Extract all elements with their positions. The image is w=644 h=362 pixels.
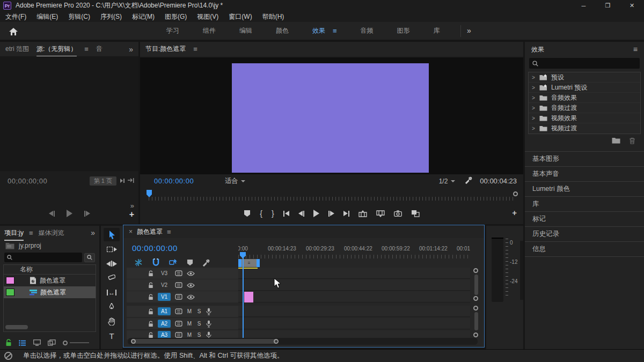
- chevron-right-icon[interactable]: >: [532, 75, 536, 80]
- list-view-icon[interactable]: [19, 340, 26, 346]
- chevron-right-icon[interactable]: >: [532, 105, 536, 111]
- razor-tool[interactable]: [104, 271, 120, 285]
- source-page-skip-icon[interactable]: [128, 178, 134, 183]
- effects-panel-menu-icon[interactable]: ≡: [633, 45, 638, 54]
- effects-folder-video-effects[interactable]: > 视频效果: [529, 113, 640, 123]
- workspace-tab-color[interactable]: 颜色: [276, 26, 289, 35]
- track-solo-button[interactable]: S: [196, 321, 202, 327]
- source-step-back-button[interactable]: [49, 211, 55, 217]
- source-add-button-icon[interactable]: +: [129, 210, 134, 219]
- track-header-a1[interactable]: A1 M S: [127, 306, 238, 317]
- project-item-sequence[interactable]: 颜色遮罩: [4, 286, 96, 298]
- hand-tool[interactable]: [104, 315, 120, 328]
- workspace-tab-audio[interactable]: 音频: [361, 26, 374, 35]
- timeline-panel-menu-icon[interactable]: ≡: [167, 228, 171, 236]
- work-area-bar[interactable]: ≡: [238, 259, 260, 267]
- maximize-button[interactable]: ❐: [596, 0, 620, 11]
- step-back-icon[interactable]: [298, 211, 304, 217]
- workspace-tab-libraries[interactable]: 库: [434, 26, 440, 35]
- effects-folder-audio-effects[interactable]: > 音频效果: [529, 93, 640, 103]
- effects-folder-presets[interactable]: > 预设: [529, 72, 640, 83]
- track-solo-button[interactable]: S: [196, 308, 202, 314]
- source-overflow-icon[interactable]: »: [130, 202, 134, 210]
- workspace-menu-icon[interactable]: ≡: [333, 27, 337, 35]
- effects-folder-video-transitions[interactable]: > 视频过渡: [529, 123, 640, 134]
- menu-graphics[interactable]: 图形(G): [165, 12, 187, 21]
- track-output-icon[interactable]: [175, 270, 182, 276]
- thumbnail-zoom-slider[interactable]: [63, 341, 89, 345]
- menu-help[interactable]: 帮助(H): [262, 12, 284, 21]
- tab-lumetri-color[interactable]: Lumetri 颜色: [525, 181, 644, 196]
- export-frame-icon[interactable]: [394, 210, 402, 217]
- menu-marker[interactable]: 标记(M): [132, 12, 155, 21]
- project-panel-menu-icon[interactable]: ≡: [29, 229, 33, 237]
- panel-menu-icon[interactable]: ≡: [84, 45, 89, 53]
- playback-resolution-dropdown[interactable]: 1/2: [439, 178, 456, 185]
- color-matte-clip-v1[interactable]: [244, 292, 253, 302]
- track-label[interactable]: V3: [158, 270, 171, 276]
- menu-view[interactable]: 视图(V): [197, 12, 218, 21]
- track-solo-button[interactable]: S: [196, 332, 202, 338]
- tab-libraries[interactable]: 库: [525, 196, 644, 211]
- chevron-right-icon[interactable]: >: [532, 95, 536, 101]
- mark-out-icon[interactable]: }: [272, 209, 274, 218]
- track-output-icon[interactable]: [175, 282, 182, 288]
- play-icon[interactable]: [313, 210, 319, 217]
- source-page-select[interactable]: 第 1 页: [90, 176, 116, 186]
- chevron-right-icon[interactable]: >: [532, 115, 536, 121]
- track-resize-handle[interactable]: [473, 296, 478, 301]
- track-lock-icon[interactable]: [148, 282, 153, 289]
- track-mute-button[interactable]: M: [187, 332, 192, 338]
- effects-search-input[interactable]: [529, 58, 640, 69]
- track-output-icon[interactable]: [175, 321, 182, 327]
- chevron-right-icon[interactable]: >: [532, 85, 536, 91]
- type-tool[interactable]: T: [104, 329, 120, 343]
- track-label[interactable]: V2: [158, 282, 171, 288]
- program-timecode[interactable]: 00:00:00:00: [154, 177, 194, 185]
- chevron-right-icon[interactable]: >: [532, 125, 536, 131]
- label-swatch-green[interactable]: [6, 289, 14, 296]
- writable-lock-icon[interactable]: [5, 339, 12, 346]
- workspace-tab-learning[interactable]: 学习: [166, 26, 179, 35]
- track-lock-icon[interactable]: [148, 321, 153, 327]
- zoom-handle-right[interactable]: [274, 339, 279, 344]
- timeline-tab-sequence[interactable]: 颜色遮罩: [137, 227, 163, 237]
- track-lock-icon[interactable]: [148, 294, 153, 300]
- menu-edit[interactable]: 编辑(E): [36, 12, 58, 21]
- timeline-settings-wrench-icon[interactable]: [202, 259, 210, 267]
- tab-essential-sound[interactable]: 基本声音: [525, 166, 644, 181]
- track-output-icon[interactable]: [175, 294, 182, 300]
- tab-source-monitor[interactable]: 源:（无剪辑）: [36, 41, 77, 57]
- scrubber-zoom-handle[interactable]: [513, 191, 518, 196]
- label-swatch-pink[interactable]: [6, 277, 14, 284]
- tab-info[interactable]: 信息: [525, 241, 644, 256]
- tab-program-monitor[interactable]: 节目:颜色遮罩: [145, 45, 186, 54]
- lift-icon[interactable]: [358, 210, 367, 217]
- track-resize-handle[interactable]: [473, 306, 478, 311]
- track-mute-button[interactable]: M: [187, 308, 192, 314]
- minimize-button[interactable]: ─: [572, 0, 596, 11]
- ripple-edit-tool[interactable]: [104, 257, 120, 270]
- freeform-view-icon[interactable]: [48, 339, 56, 346]
- tab-audio-mixer[interactable]: 音: [96, 45, 103, 54]
- workspace-tab-graphics[interactable]: 图形: [397, 26, 410, 35]
- tab-markers[interactable]: 标记: [525, 211, 644, 226]
- track-a2-clip-area[interactable]: [238, 318, 470, 329]
- add-marker-icon[interactable]: [244, 210, 251, 217]
- tab-project[interactable]: 项目:jy: [4, 225, 24, 241]
- menu-window[interactable]: 窗口(W): [229, 12, 252, 21]
- home-icon[interactable]: [5, 24, 21, 39]
- vertical-scroll-thumb[interactable]: [474, 275, 478, 295]
- track-mute-button[interactable]: M: [187, 321, 192, 327]
- source-step-forward-button[interactable]: [84, 211, 90, 217]
- fit-dropdown[interactable]: 适合: [225, 176, 245, 186]
- source-page-next-icon[interactable]: [120, 178, 125, 183]
- close-button[interactable]: ✕: [620, 0, 644, 11]
- program-add-button-icon[interactable]: +: [512, 208, 517, 217]
- track-header-v3[interactable]: V3: [127, 268, 238, 279]
- track-lock-icon[interactable]: [148, 332, 153, 338]
- project-overflow-icon[interactable]: »: [91, 228, 95, 237]
- source-play-button[interactable]: [67, 210, 72, 217]
- track-eye-icon[interactable]: [187, 271, 195, 276]
- delete-trash-icon[interactable]: [629, 137, 635, 144]
